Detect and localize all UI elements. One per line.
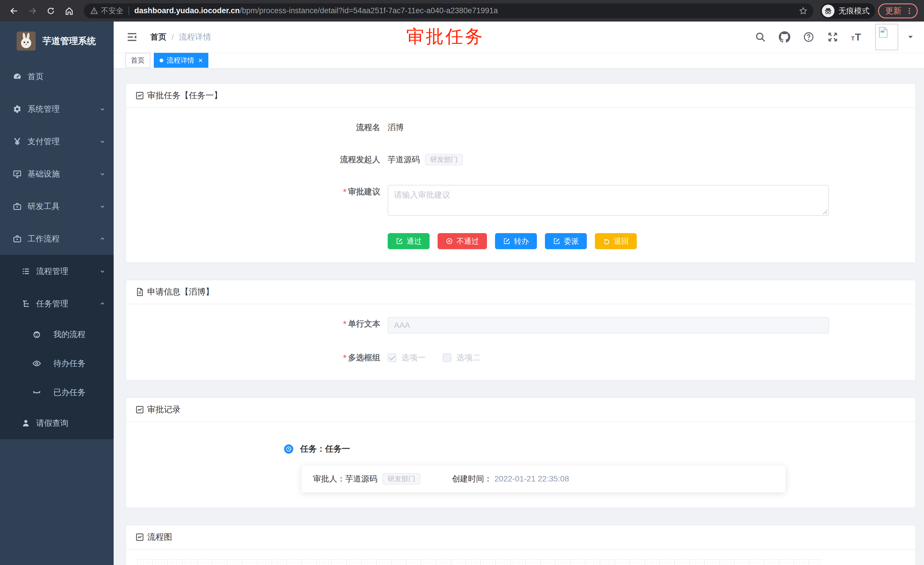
update-label: 更新 bbox=[885, 6, 902, 17]
single-text-label: 单行文本 bbox=[348, 319, 380, 328]
sidebar-item-task-mgmt[interactable]: 任务管理 bbox=[0, 287, 114, 320]
create-time-label: 创建时间： bbox=[452, 473, 492, 484]
sidebar-item-infra[interactable]: 基础设施 bbox=[0, 158, 114, 190]
breadcrumb-home[interactable]: 首页 bbox=[150, 32, 166, 42]
timeline-task-title: 任务：任务一 bbox=[300, 443, 350, 455]
browser-forward-button[interactable] bbox=[25, 3, 40, 19]
sidebar-collapse-icon[interactable] bbox=[126, 31, 138, 43]
approve-button[interactable]: 通过 bbox=[388, 233, 430, 249]
checkbox-unchecked-icon bbox=[443, 353, 452, 362]
chevron-down-icon bbox=[99, 138, 106, 145]
sidebar-item-devtools[interactable]: 研发工具 bbox=[0, 190, 114, 222]
circle-x-icon bbox=[446, 237, 453, 245]
delegate-button[interactable]: 委派 bbox=[545, 233, 587, 249]
create-time-value: 2022-01-21 22:35:08 bbox=[494, 474, 569, 484]
sidebar-item-system[interactable]: 系统管理 bbox=[0, 93, 114, 125]
security-chip[interactable]: 不安全 bbox=[90, 6, 123, 16]
initiator-dept-tag: 研发部门 bbox=[425, 154, 463, 165]
font-size-icon[interactable] bbox=[851, 31, 862, 43]
person-icon bbox=[21, 419, 30, 428]
chevron-down-icon bbox=[99, 267, 106, 275]
required-asterisk: * bbox=[343, 353, 346, 362]
incognito-badge: 无痕模式 bbox=[820, 3, 875, 19]
approval-task-card: 审批任务【任务一】 流程名 滔博 流程发起人 芋道源码 研发部门 bbox=[125, 83, 916, 263]
fullscreen-icon[interactable] bbox=[827, 31, 838, 43]
breadcrumb-current: 流程详情 bbox=[179, 32, 211, 42]
sidebar-item-my-process[interactable]: 我的流程 bbox=[0, 320, 114, 349]
approval-timeline: 任务：任务一 审批人： 芋道源码 研发部门 创建时间： 2022-01-21 2… bbox=[284, 435, 904, 508]
flow-diagram-card: 流程图 bbox=[125, 525, 916, 565]
page-header: 首页 / 流程详情 审批任务 bbox=[114, 21, 924, 52]
chart-icon bbox=[135, 91, 144, 100]
reject-button[interactable]: 不通过 bbox=[438, 233, 487, 249]
checkbox-group-label: 多选框组 bbox=[348, 353, 380, 362]
briefcase-icon bbox=[13, 234, 22, 243]
chevron-down-icon bbox=[99, 203, 106, 210]
eye-icon bbox=[32, 359, 41, 368]
sidebar-item-leave-query[interactable]: 请假查询 bbox=[0, 407, 114, 439]
checkbox-option-2[interactable]: 选项二 bbox=[443, 352, 481, 363]
red-annotation-text: 审批任务 bbox=[406, 24, 484, 48]
gauge-icon bbox=[13, 72, 22, 81]
url-bar[interactable]: 不安全 dashboard.yudao.iocoder.cn/bpm/proce… bbox=[84, 3, 813, 18]
transfer-button[interactable]: 转办 bbox=[495, 233, 537, 249]
process-name-value: 滔博 bbox=[388, 120, 404, 134]
checkbox-option-1[interactable]: 选项一 bbox=[388, 352, 426, 363]
application-card-title: 申请信息【滔博】 bbox=[147, 286, 214, 298]
approval-record-item: 审批人： 芋道源码 研发部门 创建时间： 2022-01-21 22:35:08 bbox=[301, 465, 786, 493]
single-text-input[interactable] bbox=[388, 317, 829, 334]
gear-icon bbox=[13, 105, 22, 114]
sidebar-item-todo-tasks[interactable]: 待办任务 bbox=[0, 349, 114, 378]
security-label: 不安全 bbox=[101, 6, 123, 16]
workflow-submenu: 流程管理 任务管理 我的流程 待办任务 已办任务 请假 bbox=[0, 255, 114, 439]
approval-card-title: 审批任务【任务一】 bbox=[147, 90, 222, 101]
tab-process-detail[interactable]: 流程详情 × bbox=[154, 53, 208, 68]
browser-update-menu-button[interactable]: 更新 bbox=[878, 3, 918, 18]
initiator-value: 芋道源码 bbox=[388, 153, 420, 167]
omnibox-divider bbox=[129, 7, 129, 15]
chevron-down-icon bbox=[99, 170, 106, 178]
approver-dept-tag: 研发部门 bbox=[382, 473, 420, 485]
help-icon[interactable] bbox=[803, 31, 814, 43]
yen-icon bbox=[13, 137, 22, 146]
edit-icon bbox=[503, 237, 510, 245]
bookmark-star-icon[interactable] bbox=[799, 6, 808, 15]
sidebar-item-home[interactable]: 首页 bbox=[0, 60, 114, 93]
chart-icon bbox=[135, 405, 144, 414]
broken-image-icon bbox=[878, 26, 889, 38]
return-button[interactable]: 退回 bbox=[595, 233, 637, 249]
timeline-clock-icon bbox=[284, 445, 293, 454]
incognito-icon bbox=[822, 5, 834, 17]
list-icon bbox=[21, 267, 30, 276]
main-content: 审批任务【任务一】 流程名 滔博 流程发起人 芋道源码 研发部门 bbox=[114, 69, 924, 565]
required-asterisk: * bbox=[343, 187, 346, 196]
url-text: dashboard.yudao.iocoder.cn/bpm/process-i… bbox=[134, 6, 498, 15]
chevron-down-icon bbox=[99, 105, 106, 113]
github-icon[interactable] bbox=[779, 31, 790, 43]
bpmn-diagram-canvas[interactable] bbox=[138, 559, 822, 565]
process-name-label: 流程名 bbox=[138, 120, 380, 134]
sidebar-item-process-mgmt[interactable]: 流程管理 bbox=[0, 255, 114, 287]
avatar[interactable] bbox=[875, 24, 898, 50]
active-tab-dot bbox=[159, 59, 163, 62]
application-info-card: 申请信息【滔博】 *单行文本 *多选框组 选项一 bbox=[125, 279, 916, 381]
tab-home[interactable]: 首页 bbox=[125, 53, 150, 68]
browser-home-button[interactable] bbox=[62, 3, 77, 19]
textarea-resize-grip[interactable] bbox=[823, 210, 827, 214]
sidebar-item-done-tasks[interactable]: 已办任务 bbox=[0, 378, 114, 407]
approver-value: 芋道源码 bbox=[345, 473, 377, 484]
sidebar-item-workflow[interactable]: 工作流程 bbox=[0, 222, 114, 255]
app-logo: 芋道管理系统 bbox=[0, 21, 114, 60]
app-title: 芋道管理系统 bbox=[42, 35, 96, 47]
search-icon[interactable] bbox=[755, 31, 766, 43]
logo-rabbit-image bbox=[16, 32, 36, 51]
suggestion-textarea[interactable] bbox=[388, 185, 829, 216]
approval-record-card: 审批记录 任务：任务一 审批人： 芋道源码 研发部门 创建时间： bbox=[125, 397, 916, 508]
browser-reload-button[interactable] bbox=[43, 3, 58, 19]
tab-close-icon[interactable]: × bbox=[198, 57, 202, 64]
sidebar-item-payment[interactable]: 支付管理 bbox=[0, 125, 114, 158]
url-path: /bpm/process-instance/detail?id=54aa251f… bbox=[240, 6, 498, 15]
avatar-caret-down-icon[interactable] bbox=[907, 33, 914, 41]
browser-back-button[interactable] bbox=[6, 3, 22, 19]
required-asterisk: * bbox=[343, 319, 346, 328]
